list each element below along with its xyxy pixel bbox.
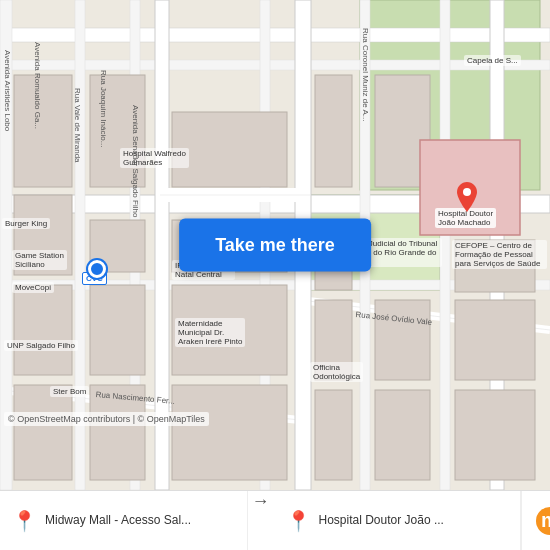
svg-rect-33 xyxy=(315,75,352,187)
footer-arrow: → xyxy=(248,491,274,550)
moovit-icon: m xyxy=(536,507,550,535)
maternidade-label: MaternidadeMunicipal Dr.Araken Irerê Pin… xyxy=(175,318,245,347)
app-container: Hospital WalfredoGuimarães Game StationS… xyxy=(0,0,550,550)
svg-rect-36 xyxy=(315,390,352,480)
map-area[interactable]: Hospital WalfredoGuimarães Game StationS… xyxy=(0,0,550,490)
svg-rect-21 xyxy=(14,75,72,187)
svg-rect-41 xyxy=(455,390,535,480)
destination-text: Hospital Doutor João ... xyxy=(319,513,444,529)
moovit-logo: m moovit xyxy=(536,507,550,535)
destination-pin xyxy=(456,182,478,216)
chapel-label: Capela de S... xyxy=(464,55,521,66)
attribution-text: © OpenStreetMap contributors | © OpenMap… xyxy=(4,412,209,426)
take-me-there-button[interactable]: Take me there xyxy=(179,219,371,272)
footer-origin: 📍 Midway Mall - Acesso Sal... xyxy=(0,491,248,550)
av-romualdo-label: Avenida Romualdo Ga... xyxy=(33,42,42,129)
svg-rect-24 xyxy=(14,385,72,480)
svg-rect-29 xyxy=(172,112,287,187)
svg-rect-40 xyxy=(455,300,535,380)
av-aristides-label: Avenida Aristides Lobo xyxy=(3,50,12,131)
svg-rect-27 xyxy=(90,285,145,375)
unp-label: UNP Salgado Filho xyxy=(4,340,78,351)
origin-icon: 📍 xyxy=(12,509,37,533)
destination-icon: 📍 xyxy=(286,509,311,533)
footer-destination: 📍 Hospital Doutor João ... xyxy=(274,491,522,550)
footer: 📍 Midway Mall - Acesso Sal... → 📍 Hospit… xyxy=(0,490,550,550)
movecopi-label: MoveCopi xyxy=(12,282,54,293)
cefope-label: CEFOPE – Centro de Formação de Pessoal p… xyxy=(452,240,547,269)
ster-label: Ster Bom xyxy=(50,386,89,397)
officina-label: OfficinaOdontológica xyxy=(310,362,363,382)
game-station-label: Game StationSiciliano xyxy=(12,250,67,270)
svg-rect-39 xyxy=(375,390,430,480)
burger-label: Burger King xyxy=(2,218,50,229)
svg-rect-32 xyxy=(172,385,287,480)
moovit-branding: m moovit xyxy=(521,491,550,550)
rua-coronel-label: Rua Coronel Muniz de A... xyxy=(361,28,370,121)
av-salgado-label: Avenida Senador Salgado Filho xyxy=(131,105,140,217)
svg-point-45 xyxy=(463,188,471,196)
svg-rect-23 xyxy=(14,285,72,375)
origin-marker xyxy=(88,260,106,278)
rua-vale-label: Rua Vale de Miranda xyxy=(73,88,82,163)
origin-text: Midway Mall - Acesso Sal... xyxy=(45,513,191,529)
rua-joaquim-label: Rua Joaquim Inácio... xyxy=(99,70,108,147)
